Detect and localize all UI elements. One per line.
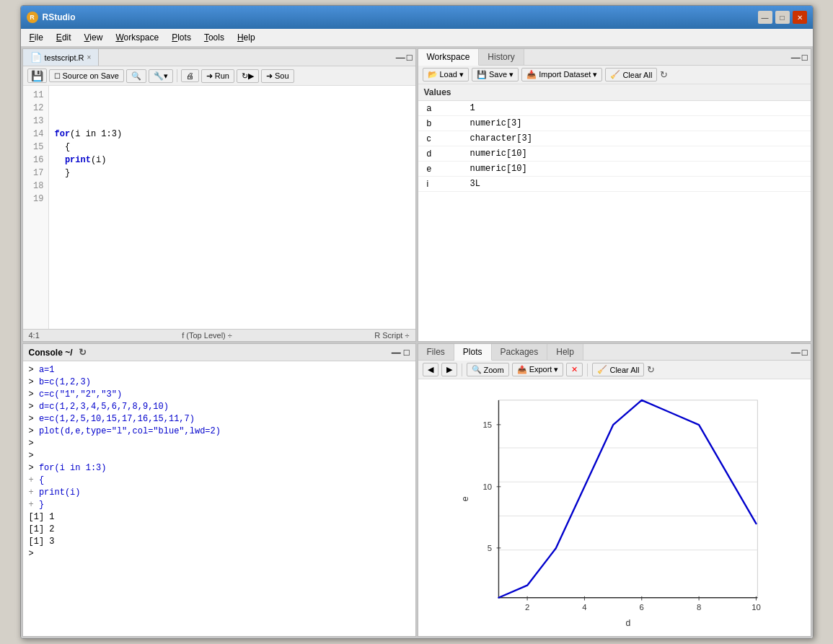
var-type-b: numeric[3] xyxy=(470,118,802,128)
export-button[interactable]: 📤 Export ▾ xyxy=(512,363,564,376)
svg-text:5: 5 xyxy=(487,544,491,552)
minimize-workspace-icon[interactable]: — xyxy=(791,52,801,63)
source-button[interactable]: ➜ Sou xyxy=(261,69,294,83)
tab-history[interactable]: History xyxy=(479,49,524,65)
main-content: 📄 testscript.R × — □ 💾 ☐ Source on Save … xyxy=(21,47,813,638)
code-tools-button[interactable]: 🔧▾ xyxy=(149,69,173,83)
var-type-d: numeric[10] xyxy=(470,149,802,159)
maximize-button[interactable]: □ xyxy=(775,11,790,24)
workspace-panel: Workspace History — □ 📂 Load ▾ 💾 Save ▾ … xyxy=(418,48,811,342)
tab-help[interactable]: Help xyxy=(547,344,583,360)
svg-text:d: d xyxy=(625,618,630,628)
menu-plots[interactable]: Plots xyxy=(166,30,197,45)
console-refresh-icon[interactable]: ↻ xyxy=(79,347,87,358)
var-name-e: e xyxy=(427,164,470,174)
toolbar-sep xyxy=(177,69,177,82)
find-button[interactable]: 🔍 xyxy=(126,69,146,83)
tab-packages[interactable]: Packages xyxy=(492,344,548,360)
rerun-button[interactable]: ↻▶ xyxy=(237,69,259,83)
console-header: Console ~/ ↻ — □ xyxy=(23,344,415,361)
tab-close-btn[interactable]: × xyxy=(87,53,92,61)
source-on-save-button[interactable]: ☐ Source on Save xyxy=(49,69,124,82)
var-name-b: b xyxy=(427,118,470,128)
var-row-i: i 3L xyxy=(418,177,811,192)
save-workspace-button[interactable]: 💾 Save ▾ xyxy=(472,68,519,81)
var-row-e: e numeric[10] xyxy=(418,162,811,177)
console-output[interactable]: > a=1 > b=c(1,2,3) > c=c("1","2","3") > … xyxy=(23,361,415,636)
var-type-c: character[3] xyxy=(470,133,802,144)
editor-tabs: 📄 testscript.R × — □ xyxy=(23,49,415,66)
tab-files[interactable]: Files xyxy=(418,344,454,360)
line-chart: 2 4 6 8 10 5 10 xyxy=(456,387,773,632)
var-row-b: b numeric[3] xyxy=(418,116,811,131)
run-button[interactable]: ➜ Run xyxy=(201,69,234,83)
zoom-button[interactable]: 🔍 Zoom xyxy=(467,363,509,376)
minimize-console-icon[interactable]: — xyxy=(392,347,401,358)
minimize-button[interactable]: — xyxy=(758,11,772,24)
console-title: Console ~/ xyxy=(29,348,73,358)
plots-toolbar-sep xyxy=(462,363,462,376)
plot-display: 2 4 6 8 10 5 10 xyxy=(418,379,811,637)
tab-plots[interactable]: Plots xyxy=(454,344,492,361)
workspace-toolbar: 📂 Load ▾ 💾 Save ▾ 📥 Import Dataset ▾ 🧹 C… xyxy=(418,66,811,84)
delete-plot-button[interactable]: ✕ xyxy=(566,363,583,376)
editor-statusbar: 4:1 f (Top Level) ÷ R Script ÷ xyxy=(23,329,415,341)
rstudio-window: R RStudio — □ ✕ File Edit View Workspace… xyxy=(20,5,814,639)
svg-text:2: 2 xyxy=(524,603,529,612)
minimize-plots-icon[interactable]: — xyxy=(791,347,801,358)
save-button[interactable]: 💾 xyxy=(27,69,47,83)
workspace-panel-controls: — □ xyxy=(791,52,811,63)
minimize-editor-icon[interactable]: — xyxy=(396,52,405,63)
var-row-c: c character[3] xyxy=(418,131,811,146)
plots-toolbar: ◀ ▶ 🔍 Zoom 📤 Export ▾ ✕ 🧹 Clear All ↻ xyxy=(418,361,811,379)
editor-area: 111213141516171819 for(i in 1:3) { print… xyxy=(23,86,415,329)
window-controls: — □ ✕ xyxy=(758,11,807,24)
source-on-save-label: Source on Save xyxy=(63,71,119,80)
variables-table: a 1 b numeric[3] c character[3] d numeri… xyxy=(418,101,811,192)
import-dataset-button[interactable]: 📥 Import Dataset ▾ xyxy=(521,68,602,81)
refresh-plots-icon[interactable]: ↻ xyxy=(647,364,655,375)
load-button[interactable]: 📂 Load ▾ xyxy=(423,68,470,81)
svg-rect-0 xyxy=(498,400,757,598)
svg-text:10: 10 xyxy=(482,482,492,491)
refresh-workspace-icon[interactable]: ↻ xyxy=(660,69,668,80)
console-controls: — □ xyxy=(392,347,410,358)
clear-workspace-button[interactable]: 🧹 Clear All xyxy=(605,68,657,81)
var-name-d: d xyxy=(427,149,470,159)
back-plot-button[interactable]: ◀ xyxy=(423,363,438,376)
line-numbers: 111213141516171819 xyxy=(23,86,49,329)
file-tab[interactable]: 📄 testscript.R × xyxy=(23,49,100,66)
svg-text:4: 4 xyxy=(582,603,586,612)
menu-file[interactable]: File xyxy=(24,30,49,45)
menu-view[interactable]: View xyxy=(79,30,109,45)
svg-text:15: 15 xyxy=(482,420,492,429)
workspace-tabs: Workspace History — □ xyxy=(418,49,811,66)
menu-edit[interactable]: Edit xyxy=(50,30,77,45)
editor-toolbar: 💾 ☐ Source on Save 🔍 🔧▾ 🖨 ➜ Run ↻▶ ➜ Sou xyxy=(23,66,415,86)
workspace-content: Values a 1 b numeric[3] c character[3] xyxy=(418,84,811,341)
maximize-console-icon[interactable]: □ xyxy=(404,347,410,358)
editor-panel: 📄 testscript.R × — □ 💾 ☐ Source on Save … xyxy=(22,48,416,342)
tab-workspace[interactable]: Workspace xyxy=(418,49,480,66)
close-button[interactable]: ✕ xyxy=(793,11,807,24)
var-name-c: c xyxy=(427,133,470,144)
menu-workspace[interactable]: Workspace xyxy=(110,30,164,45)
print-button[interactable]: 🖨 xyxy=(181,69,199,82)
svg-text:10: 10 xyxy=(752,603,761,612)
svg-text:e: e xyxy=(459,496,470,501)
code-editor[interactable]: for(i in 1:3) { print(i) } xyxy=(49,86,415,329)
var-type-e: numeric[10] xyxy=(470,164,802,174)
menu-help[interactable]: Help xyxy=(232,30,261,45)
scope-indicator: f (Top Level) ÷ xyxy=(182,331,232,340)
maximize-plots-icon[interactable]: □ xyxy=(802,347,808,358)
clear-plots-button[interactable]: 🧹 Clear All xyxy=(592,363,644,376)
maximize-workspace-icon[interactable]: □ xyxy=(802,52,808,63)
forward-plot-button[interactable]: ▶ xyxy=(441,363,457,376)
plots-toolbar-sep2 xyxy=(587,363,588,376)
file-tab-label: testscript.R xyxy=(45,53,84,62)
var-row-d: d numeric[10] xyxy=(418,146,811,162)
svg-text:6: 6 xyxy=(639,603,643,612)
maximize-editor-icon[interactable]: □ xyxy=(407,52,413,63)
menu-tools[interactable]: Tools xyxy=(198,30,230,45)
var-row-a: a 1 xyxy=(418,101,811,116)
